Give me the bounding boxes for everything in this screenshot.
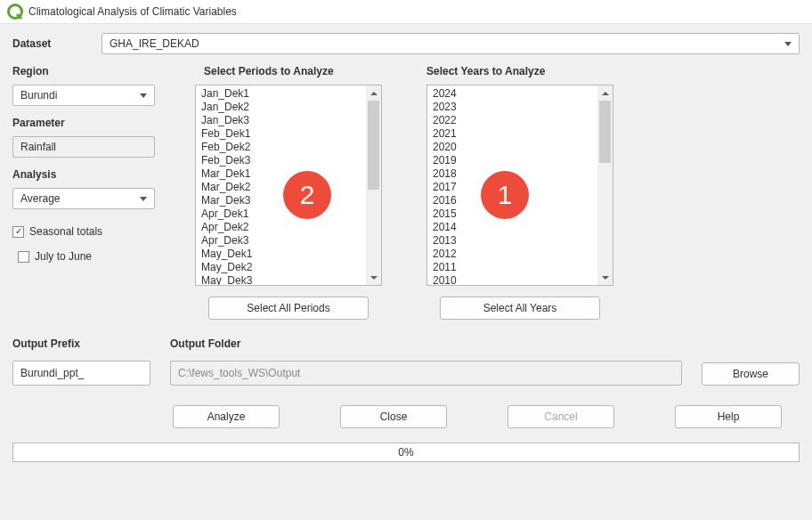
periods-items[interactable]: Jan_Dek1Jan_Dek2Jan_Dek3Feb_Dek1Feb_Dek2… xyxy=(196,85,366,285)
select-all-periods-button[interactable]: Select All Periods xyxy=(208,297,369,320)
select-all-years-button[interactable]: Select All Years xyxy=(440,297,600,320)
output-folder-label: Output Folder xyxy=(170,337,682,350)
help-button[interactable]: Help xyxy=(675,405,782,428)
list-item[interactable]: Apr_Dek3 xyxy=(199,234,362,248)
chevron-down-icon xyxy=(140,197,147,201)
list-item[interactable]: Apr_Dek1 xyxy=(199,207,362,221)
parameter-field: Rainfall xyxy=(12,136,155,158)
output-prefix-label: Output Prefix xyxy=(12,337,150,350)
seasonal-totals-checkbox[interactable] xyxy=(12,226,24,238)
july-to-june-checkbox[interactable] xyxy=(18,251,29,263)
periods-label: Select Periods to Analyze xyxy=(195,65,382,77)
scroll-up-button[interactable] xyxy=(366,85,381,101)
list-item[interactable]: 2013 xyxy=(431,234,594,248)
list-item[interactable]: 2020 xyxy=(431,141,594,154)
window-title: Climatological Analysis of Climatic Vari… xyxy=(28,5,237,18)
progress-bar: 0% xyxy=(12,443,800,462)
list-item[interactable]: Feb_Dek3 xyxy=(199,154,362,167)
triangle-up-icon xyxy=(370,92,378,95)
list-item[interactable]: Jan_Dek2 xyxy=(199,101,362,114)
scroll-up-button[interactable] xyxy=(597,85,613,101)
close-button[interactable]: Close xyxy=(340,405,447,428)
july-to-june-label: July to June xyxy=(35,250,92,263)
chevron-down-icon xyxy=(784,42,792,46)
list-item[interactable]: 2019 xyxy=(431,154,594,167)
cancel-button: Cancel xyxy=(508,405,614,428)
years-label: Select Years to Analyze xyxy=(426,65,613,77)
list-item[interactable]: Mar_Dek1 xyxy=(199,167,362,181)
scroll-thumb[interactable] xyxy=(368,101,379,190)
list-item[interactable]: Jan_Dek1 xyxy=(199,87,362,101)
years-scrollbar[interactable] xyxy=(597,85,613,285)
list-item[interactable]: 2012 xyxy=(431,248,594,261)
seasonal-totals-label: Seasonal totals xyxy=(29,225,102,238)
browse-button[interactable]: Browse xyxy=(702,362,800,386)
dataset-value: GHA_IRE_DEKAD xyxy=(110,37,199,50)
dataset-select[interactable]: GHA_IRE_DEKAD xyxy=(102,33,800,54)
list-item[interactable]: Apr_Dek2 xyxy=(199,221,362,234)
analysis-label: Analysis xyxy=(12,168,177,181)
region-value: Burundi xyxy=(20,89,57,102)
list-item[interactable]: 2014 xyxy=(431,221,594,234)
output-folder-input xyxy=(170,361,682,386)
scroll-down-button[interactable] xyxy=(366,270,381,285)
parameter-value: Rainfall xyxy=(20,141,56,153)
scroll-track[interactable] xyxy=(597,101,613,270)
output-prefix-input[interactable] xyxy=(12,361,150,386)
list-item[interactable]: May_Dek3 xyxy=(199,274,362,285)
parameter-label: Parameter xyxy=(12,117,177,129)
dataset-label: Dataset xyxy=(12,37,66,50)
list-item[interactable]: 2010 xyxy=(431,274,594,285)
list-item[interactable]: 2022 xyxy=(431,114,594,127)
scroll-thumb[interactable] xyxy=(599,101,611,163)
list-item[interactable]: Feb_Dek1 xyxy=(199,127,362,141)
analyze-button[interactable]: Analyze xyxy=(173,405,280,428)
annotation-badge-2: 2 xyxy=(283,171,331,219)
list-item[interactable]: Feb_Dek2 xyxy=(199,141,362,154)
list-item[interactable]: May_Dek2 xyxy=(199,261,362,274)
chevron-down-icon xyxy=(140,93,147,98)
qgis-logo-icon xyxy=(7,4,23,20)
triangle-down-icon xyxy=(370,276,378,280)
list-item[interactable]: May_Dek1 xyxy=(199,248,362,261)
triangle-up-icon xyxy=(602,92,609,95)
analysis-value: Average xyxy=(20,192,60,205)
scroll-track[interactable] xyxy=(366,101,381,270)
list-item[interactable]: Jan_Dek3 xyxy=(199,114,362,127)
list-item[interactable]: 2023 xyxy=(431,101,594,114)
annotation-badge-1: 1 xyxy=(481,171,529,219)
region-select[interactable]: Burundi xyxy=(12,85,155,106)
scroll-down-button[interactable] xyxy=(597,270,613,285)
region-label: Region xyxy=(12,65,177,77)
list-item[interactable]: 2011 xyxy=(431,261,594,274)
progress-text: 0% xyxy=(398,446,413,459)
title-bar: Climatological Analysis of Climatic Vari… xyxy=(0,0,812,24)
list-item[interactable]: 2024 xyxy=(431,87,594,101)
list-item[interactable]: Mar_Dek3 xyxy=(199,194,362,207)
analysis-select[interactable]: Average xyxy=(12,188,155,209)
list-item[interactable]: 2021 xyxy=(431,127,594,141)
triangle-down-icon xyxy=(602,276,609,280)
periods-scrollbar[interactable] xyxy=(366,85,381,285)
list-item[interactable]: Mar_Dek2 xyxy=(199,181,362,194)
